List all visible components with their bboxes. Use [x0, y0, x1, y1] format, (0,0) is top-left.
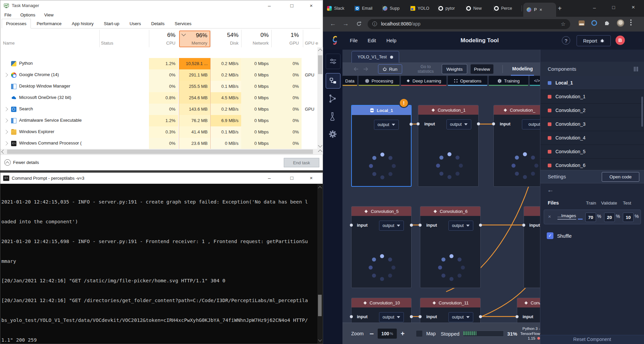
go-to-statistics-button[interactable]: Go to statistics [412, 63, 439, 75]
category-custom[interactable]: </> C [530, 76, 540, 86]
browser-tab-support[interactable]: Supp [383, 3, 411, 13]
modeling-canvas[interactable]: Local_1 output ! Convolution_1 input out… [342, 50, 540, 324]
node-header[interactable] [524, 207, 540, 216]
node-header[interactable]: Convolution_1 [418, 105, 478, 115]
remove-file-icon[interactable]: × [548, 214, 551, 219]
col-gpu-pct[interactable]: 1% [271, 32, 299, 39]
input-connector-dot[interactable] [419, 224, 422, 227]
browser-tab-new[interactable]: New [466, 3, 494, 13]
menu-view[interactable]: View [44, 12, 54, 17]
scroll-left-icon[interactable] [1, 150, 6, 154]
report-button[interactable]: Report [577, 35, 611, 46]
reset-component-button[interactable]: Reset Component [540, 335, 644, 344]
undo-icon[interactable] [353, 67, 359, 71]
node-header[interactable]: Convolution_10 [352, 298, 411, 307]
category-training[interactable]: Training [489, 76, 528, 86]
input-connector-dot[interactable] [522, 224, 525, 227]
category-operations[interactable]: Operations [448, 76, 487, 86]
shuffle-checkbox[interactable]: ✓ [547, 232, 553, 239]
profile-avatar[interactable] [617, 19, 624, 27]
panel-columns-icon[interactable] [634, 67, 638, 71]
category-data[interactable]: Data [342, 76, 357, 86]
tab-details[interactable]: Details [147, 19, 169, 28]
tab-modeling[interactable]: Modeling [511, 62, 534, 76]
tab-app-history[interactable]: App history [67, 19, 98, 28]
list-item[interactable]: Convolution_3 [540, 117, 644, 131]
output-connector-dot[interactable] [410, 224, 413, 227]
col-memory-sorted[interactable]: 96% Memory [179, 31, 210, 47]
table-row[interactable]: Desktop Window Manager 0% 255.5 MB 0.1 M… [0, 81, 323, 92]
tab-close-icon[interactable]: × [539, 7, 542, 12]
scroll-down-icon[interactable] [318, 338, 322, 341]
input-connector-dot[interactable] [350, 224, 353, 227]
expand-chevron-icon[interactable] [4, 107, 8, 111]
table-row[interactable]: C:\ Windows Command Processor ( 0% 23.6 … [0, 138, 323, 149]
scrollbar-thumb[interactable] [318, 55, 322, 74]
output-port-dropdown[interactable]: output [448, 221, 473, 231]
bookmark-star-icon[interactable]: ☆ [561, 21, 566, 27]
col-status[interactable]: Status [101, 41, 113, 46]
browser-menu-icon[interactable] [630, 19, 632, 25]
scroll-up-icon[interactable] [318, 186, 322, 190]
zoom-value[interactable]: 100 % [378, 329, 396, 339]
table-vertical-scrollbar[interactable] [317, 47, 323, 149]
tab-services[interactable]: Services [170, 19, 196, 28]
open-code-button[interactable]: Open code [602, 172, 639, 182]
output-port-dropdown[interactable]: output [374, 120, 399, 130]
node-convolution-10[interactable]: Convolution_10 input output [351, 298, 412, 324]
fewer-details-label[interactable]: Fewer details [13, 160, 39, 165]
table-row[interactable]: Search 0% 143.6 MB 0.2 MB/s 0 Mbps 0% GP… [0, 104, 323, 115]
test-pct-input[interactable]: 10 [623, 213, 634, 222]
output-connector-dot[interactable] [477, 122, 480, 125]
node-header[interactable]: Convolution_6 [420, 207, 480, 216]
back-icon[interactable]: ← [330, 20, 336, 27]
user-avatar[interactable]: B [615, 36, 625, 45]
node-convolution-1[interactable]: Convolution_1 input output [418, 105, 479, 187]
output-connector-dot[interactable] [410, 123, 413, 126]
node-convolution-6[interactable]: Convolution_6 input output [420, 206, 481, 288]
menu-help[interactable]: Help [386, 38, 396, 43]
node-convolution-2-partial[interactable]: Convolution_ input output [493, 105, 540, 187]
menu-edit[interactable]: Edit [368, 38, 376, 43]
browser-tab-pytorch[interactable]: pytor [438, 3, 466, 13]
list-item[interactable]: Convolution_4 [540, 131, 644, 145]
col-disk-pct[interactable]: 54% [211, 32, 238, 39]
output-port-dropdown[interactable]: output [448, 312, 473, 322]
close-icon[interactable]: × [308, 2, 315, 9]
back-arrow-icon[interactable]: ← [547, 186, 554, 194]
node-convolution-11[interactable]: Convolution_11 input output [420, 298, 481, 324]
tab-startup[interactable]: Start-up [100, 19, 124, 28]
end-task-button[interactable]: End task [284, 158, 319, 167]
command-prompt-titlebar[interactable]: C:\ Command Prompt - perceptilabs -v=3 –… [0, 173, 323, 184]
list-item[interactable]: Local_1 [540, 76, 644, 90]
forward-icon[interactable]: → [342, 20, 349, 27]
table-row[interactable]: Microsoft OneDrive (32 bit) 0.8% 254.6 M… [0, 92, 323, 104]
col-disk[interactable]: Disk [211, 41, 238, 46]
expand-chevron-icon[interactable] [4, 118, 8, 123]
console-scrollbar[interactable] [317, 184, 322, 344]
menu-file[interactable]: File [4, 12, 11, 17]
rail-network-button[interactable] [329, 94, 337, 105]
scroll-down-icon[interactable] [318, 143, 322, 148]
input-connector-dot[interactable] [492, 122, 495, 125]
browser-tab-active[interactable]: P × [523, 3, 556, 17]
browser-tab-perceptilabs-gh[interactable]: Perce [494, 3, 522, 13]
node-convolution-5[interactable]: Convolution_5 input output [351, 206, 412, 288]
browser-tab-yolo[interactable]: YOLO [411, 3, 438, 13]
output-connector-dot[interactable] [410, 315, 413, 318]
node-header[interactable]: Convolution_ [494, 105, 540, 115]
preview-button[interactable]: Preview [470, 64, 494, 74]
input-connector-dot[interactable] [419, 315, 422, 318]
weights-button[interactable]: Weights [442, 64, 467, 74]
col-gpu[interactable]: GPU [271, 41, 299, 46]
tab-users[interactable]: Users [125, 19, 145, 28]
output-port-dropdown[interactable]: output [379, 221, 404, 231]
window-maximize-icon[interactable]: □ [612, 5, 615, 10]
col-cpu[interactable]: CPU [149, 41, 175, 46]
output-port-dropdown[interactable]: output [446, 119, 471, 129]
output-port-dropdown[interactable]: output [522, 119, 540, 129]
expand-chevron-icon[interactable] [4, 130, 8, 134]
menu-options[interactable]: Options [20, 12, 35, 17]
list-item[interactable]: Convolution_1 [540, 90, 644, 104]
redo-icon[interactable] [363, 67, 369, 71]
